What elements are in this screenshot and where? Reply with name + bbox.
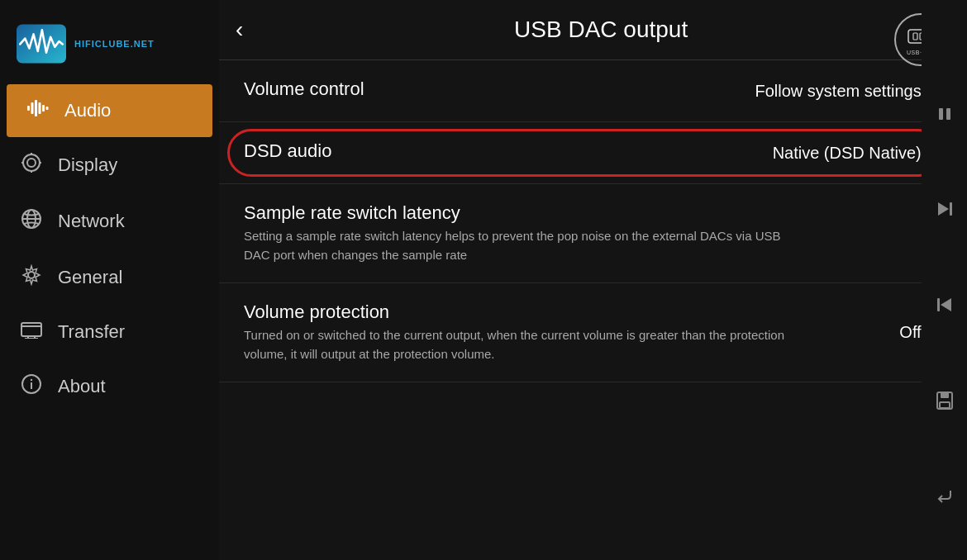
svg-rect-3	[35, 100, 37, 116]
sidebar-item-general-label: General	[58, 267, 122, 288]
volume-control-value: Follow system settings	[755, 82, 922, 101]
svg-marker-30	[938, 202, 949, 216]
svg-rect-31	[950, 202, 952, 216]
sidebar-item-about-label: About	[58, 376, 106, 397]
general-icon	[20, 264, 43, 291]
sidebar-item-transfer[interactable]: Transfer	[0, 306, 219, 358]
settings-list: Volume control Follow system settings › …	[219, 60, 967, 560]
svg-rect-36	[940, 402, 950, 408]
sidebar-item-general[interactable]: General	[0, 249, 219, 306]
dsd-audio-row[interactable]: DSD audio Native (DSD Native) ›	[219, 122, 950, 184]
dsd-audio-content: DSD audio	[244, 140, 773, 165]
svg-rect-29	[946, 108, 950, 120]
audio-icon	[26, 99, 50, 122]
pause-button[interactable]	[928, 97, 961, 131]
sample-rate-subtitle: Setting a sample rate switch latency hel…	[244, 227, 806, 264]
svg-rect-5	[42, 105, 45, 112]
return-button[interactable]	[928, 479, 961, 512]
back-button[interactable]: ‹	[236, 17, 243, 43]
volume-protection-row[interactable]: Volume protection Turned on or switched …	[219, 283, 950, 382]
volume-control-title: Volume control	[244, 78, 755, 100]
logo-text: HIFICLUBE.NET	[74, 39, 155, 49]
svg-point-7	[23, 154, 40, 171]
sidebar-item-display[interactable]: Display	[0, 137, 219, 193]
about-icon	[20, 373, 43, 400]
sidebar-item-audio-label: Audio	[64, 100, 111, 121]
svg-rect-4	[39, 102, 41, 114]
sidebar-item-network-label: Network	[58, 211, 125, 232]
svg-rect-26	[913, 33, 917, 40]
svg-point-8	[27, 159, 36, 167]
volume-protection-value: Off	[899, 323, 921, 342]
sidebar-item-about[interactable]: About	[0, 358, 219, 415]
svg-rect-1	[27, 106, 30, 111]
page-title: USB DAC output	[260, 17, 942, 43]
sample-rate-row[interactable]: Sample rate switch latency Setting a sam…	[219, 184, 950, 283]
sidebar-item-audio[interactable]: Audio	[7, 84, 212, 137]
sample-rate-title: Sample rate switch latency	[244, 202, 915, 224]
svg-rect-35	[941, 392, 949, 398]
volume-protection-content: Volume protection Turned on or switched …	[244, 301, 886, 363]
svg-rect-6	[46, 107, 49, 110]
logo-area: HIFICLUBE.NET	[0, 8, 219, 84]
page-header: ‹ USB DAC output USB·B·IN	[219, 0, 967, 60]
save-button[interactable]	[928, 384, 961, 417]
svg-rect-17	[21, 323, 41, 336]
next-button[interactable]	[928, 192, 961, 225]
prev-button[interactable]	[928, 288, 961, 321]
sidebar-item-transfer-label: Transfer	[58, 321, 125, 343]
svg-rect-2	[31, 102, 34, 114]
display-icon	[20, 152, 43, 178]
svg-marker-32	[941, 298, 951, 311]
svg-point-24	[31, 379, 32, 381]
main-content: ‹ USB DAC output USB·B·IN Volume control…	[219, 0, 967, 560]
logo-svg	[17, 23, 66, 64]
volume-control-content: Volume control	[244, 78, 755, 103]
sample-rate-content: Sample rate switch latency Setting a sam…	[244, 202, 915, 264]
transport-controls	[922, 0, 967, 560]
sidebar: HIFICLUBE.NET Audio Display Network Gene…	[0, 0, 219, 560]
volume-protection-subtitle: Turned on or switched to the current out…	[244, 326, 806, 363]
dsd-audio-title: DSD audio	[244, 140, 773, 162]
svg-rect-33	[937, 298, 940, 311]
transfer-icon	[20, 320, 43, 344]
volume-control-row[interactable]: Volume control Follow system settings ›	[219, 60, 950, 122]
svg-rect-28	[939, 108, 943, 120]
dsd-audio-value: Native (DSD Native)	[773, 144, 922, 163]
volume-protection-title: Volume protection	[244, 301, 886, 323]
sidebar-item-network[interactable]: Network	[0, 193, 219, 249]
svg-point-16	[28, 272, 35, 278]
network-icon	[20, 208, 43, 235]
sidebar-item-display-label: Display	[58, 154, 117, 176]
